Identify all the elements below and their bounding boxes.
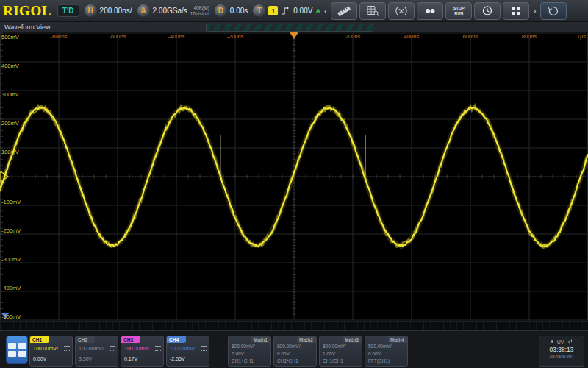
measure-icon <box>337 6 351 16</box>
channel3-tab: CH3 <box>121 336 140 343</box>
window-layout-button[interactable] <box>6 336 28 364</box>
time-axis-label: 1µs <box>577 33 586 40</box>
channel2-status-box[interactable]: CH2 100.00mV/ 3.30V <box>75 336 118 367</box>
dual-trace-icon <box>423 6 437 16</box>
time-axis-label: -400ns <box>168 33 185 40</box>
math4-scale: 500.00mV/ <box>368 344 391 349</box>
graticule-canvas <box>0 32 588 321</box>
math1-scale: 800.00mV/ <box>232 344 254 349</box>
bottom-status-bar: CH1 100.00mV/ 0.00V CH2 100.00mV/ 3.30V … <box>0 330 588 368</box>
volt-axis-label: -200mV <box>1 227 21 234</box>
touch-gesture-button[interactable] <box>540 2 567 20</box>
channel1-tab: CH1 <box>30 336 49 343</box>
top-toolbar: RIGOL T'D H 200.00ns/ A 2.00GSa/s 40K(M)… <box>0 0 588 22</box>
trigger-slope-icon <box>281 6 290 15</box>
datetime-notification-box[interactable]: UV 03:38:13 2020/10/01 <box>539 336 584 367</box>
math2-operation: CH1*CH1 <box>277 358 298 364</box>
math4-operation: FFT(CH1) <box>368 358 390 364</box>
volume-icon <box>551 339 554 344</box>
volt-axis-label: -500mV <box>1 314 21 320</box>
math3-tab: Math3 <box>343 336 362 343</box>
channel3-status-box[interactable]: CH3 100.00mV/ 0.17V <box>121 336 164 367</box>
time-axis-label: 800ns <box>522 33 537 40</box>
apps-grid-icon <box>509 6 523 16</box>
channel1-scale: 100.00mV/ <box>33 346 58 351</box>
coupling-icon <box>110 346 115 351</box>
channel2-tab: CH2 <box>76 336 95 343</box>
math1-offset: 0.00V <box>232 351 244 356</box>
trigger-settings-button[interactable]: T 1 0.00V A <box>253 4 320 17</box>
channel3-scale: 100.00mV/ <box>124 346 149 351</box>
math3-offset: 1.00V <box>323 351 335 356</box>
volt-axis-label: 400mV <box>1 63 19 69</box>
measure-button[interactable] <box>331 2 357 20</box>
memory-depth-value: 40K(M)10pts/pxl <box>190 5 209 17</box>
channel4-status-box[interactable]: CH4 100.00mV/ -2.55V <box>166 336 209 367</box>
channel4-offset: -2.55V <box>170 356 185 361</box>
time-axis-label: 600ns <box>463 33 478 40</box>
back-icon <box>567 339 573 344</box>
history-button[interactable] <box>474 2 501 20</box>
horizontal-settings-button[interactable]: H 200.00ns/ <box>85 4 132 17</box>
coupling-icon <box>155 346 161 351</box>
trigger-level-value: 0.00V <box>293 7 312 15</box>
math2-status-box[interactable]: Math2 800.00mV/ 0.00V CH1*CH1 <box>273 336 317 367</box>
acquisition-settings-button[interactable]: A 2.00GSa/s 40K(M)10pts/pxl <box>137 4 209 17</box>
math4-status-box[interactable]: Math4 500.00mV/ 0.00V FFT(CH1) <box>365 336 408 367</box>
channel2-scale: 100.00mV/ <box>79 346 104 351</box>
trigger-position-marker[interactable] <box>290 32 298 39</box>
clock-time: 03:38:13 <box>539 346 584 353</box>
channel1-status-box[interactable]: CH1 100.00mV/ 0.00V <box>29 336 73 367</box>
dual-trace-button[interactable] <box>417 2 443 20</box>
delay-knob-icon: D <box>215 4 227 17</box>
horizontal-knob-icon: H <box>85 4 97 17</box>
timebase-value: 200.00ns/ <box>100 7 132 15</box>
xy-display-button[interactable] <box>388 2 415 20</box>
waveform-display-area[interactable]: -800ns-600ns-400ns-200ns200ns400ns600ns8… <box>0 32 588 321</box>
math2-offset: 0.00V <box>277 351 290 356</box>
trigger-knob-icon: T <box>253 4 265 17</box>
time-axis-label: 400ns <box>404 33 419 40</box>
volt-axis-label: 500mV <box>1 34 19 40</box>
channel4-tab: CH4 <box>167 336 186 343</box>
time-axis-label: -600ns <box>110 33 126 40</box>
delay-settings-button[interactable]: D 0.00s <box>215 4 248 17</box>
math1-status-box[interactable]: Math1 800.00mV/ 0.00V CH1+CH1 <box>228 336 271 367</box>
math3-status-box[interactable]: Math3 800.00mV/ 1.00V CH1/CH1 <box>319 336 362 367</box>
storage-grid-icon <box>365 5 380 16</box>
toolbar-scroll-right[interactable]: › <box>531 6 537 15</box>
volt-axis-label: 100mV <box>1 149 19 155</box>
math4-offset: 0.00V <box>368 351 381 356</box>
apps-menu-button[interactable] <box>503 2 529 20</box>
volt-axis-label: -100mV <box>1 199 21 205</box>
memory-position-indicator[interactable] <box>206 24 373 32</box>
math3-scale: 800.00mV/ <box>323 344 345 349</box>
xy-display-icon <box>394 6 409 16</box>
channel2-offset: 3.30V <box>79 356 92 361</box>
trigger-source-badge: 1 <box>268 6 278 15</box>
volt-axis-label: 300mV <box>1 91 19 98</box>
toolbar-scroll-left[interactable]: ‹ <box>323 6 329 15</box>
stop-run-label: STOPRUN <box>453 6 465 16</box>
math2-tab: Math2 <box>297 336 316 343</box>
trigger-status-badge: T'D <box>57 4 79 17</box>
view-tab-strip: Waveform View <box>0 22 588 33</box>
time-axis-label: -800ns <box>51 33 68 40</box>
channel3-offset: 0.17V <box>124 356 137 361</box>
sample-rate-value: 2.00GSa/s <box>153 7 187 15</box>
window-layout-icon <box>8 343 16 349</box>
delay-value: 0.00s <box>230 7 248 15</box>
tab-waveform-view[interactable]: Waveform View <box>4 24 51 31</box>
rigol-logo: RIGOL <box>3 3 51 19</box>
storage-button[interactable] <box>359 2 386 20</box>
clock-date: 2020/10/01 <box>539 354 584 359</box>
timebase-activity-strip <box>0 321 588 331</box>
math4-tab: Math4 <box>388 336 407 343</box>
math2-scale: 800.00mV/ <box>277 344 300 349</box>
channel1-offset: 0.00V <box>33 356 46 361</box>
volt-axis-label: 200mV <box>1 120 19 127</box>
time-axis-label: -200ns <box>227 33 244 40</box>
channel4-scale: 100.00mV/ <box>170 346 195 351</box>
touch-rotate-icon <box>547 5 560 17</box>
stop-run-button[interactable]: STOPRUN <box>445 2 472 20</box>
